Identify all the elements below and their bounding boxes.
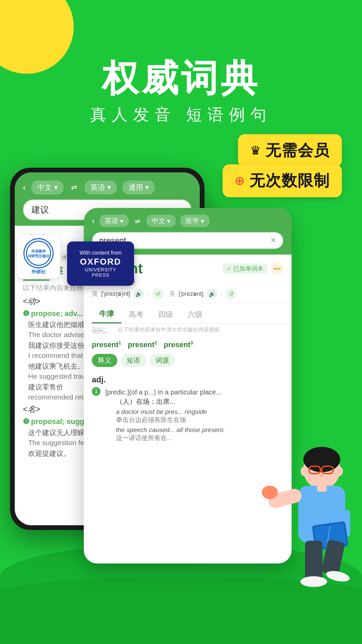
- svg-point-13: [320, 474, 323, 477]
- mtab-phrase[interactable]: 短语: [121, 354, 146, 367]
- badge-no-vip[interactable]: ♛ 无需会员: [238, 134, 342, 167]
- mtab-etymology[interactable]: 词源: [149, 354, 175, 367]
- dictionary-tabs: 牛津 高考 四级 六级: [84, 303, 292, 324]
- badge-no-vip-label: 无需会员: [265, 140, 330, 161]
- lang1-selector[interactable]: 中文 ▾: [31, 180, 64, 195]
- card-swap-icon[interactable]: ⇌: [135, 217, 140, 225]
- tab-gaokao[interactable]: 高考: [121, 306, 151, 323]
- uk-repeat-button[interactable]: ↺: [153, 288, 163, 299]
- badge-unlimited[interactable]: ⊕ 无次数限制: [223, 164, 342, 197]
- ex-cn-present-2: 这一讲话使所有在...: [116, 434, 225, 442]
- tab-cet6[interactable]: 六级: [180, 306, 210, 323]
- clear-search-icon[interactable]: ✕: [270, 236, 276, 245]
- tab-cet4[interactable]: 四级: [151, 306, 180, 323]
- svg-point-9: [336, 467, 343, 476]
- tab-oxford[interactable]: 牛津: [92, 306, 121, 323]
- svg-rect-25: [317, 485, 327, 492]
- card-lang2-selector[interactable]: 中文 ▾: [146, 215, 176, 227]
- svg-point-23: [300, 576, 327, 587]
- ex-en-present-2: the speech caused... all those present.: [116, 426, 225, 434]
- svg-point-8: [301, 467, 307, 476]
- us-audio-button[interactable]: 🔊: [207, 288, 218, 299]
- crown-icon: ♛: [250, 144, 261, 158]
- lang2-label: 英语: [90, 182, 105, 193]
- ex-cn-present-1: 拳击台边必须有医生在场: [116, 416, 225, 424]
- oxford-press-text: UNIVERSITY PRESS: [76, 267, 125, 278]
- divider-2: |: [221, 291, 222, 297]
- example-2: the speech caused... all those present. …: [116, 426, 225, 442]
- oxford-with-text: With content from: [76, 250, 125, 257]
- card-lang1-label: 英语: [105, 216, 118, 225]
- def-cn-text: （人）在场；出席...: [116, 397, 225, 406]
- infinity-icon: ⊕: [235, 174, 245, 188]
- character-svg: [248, 443, 355, 610]
- character-illustration: [248, 443, 355, 610]
- lang1-label: 中文: [37, 182, 52, 193]
- oxford-main-text: OXFORD: [76, 257, 125, 267]
- ex-en-present-1: a doctor must be pres... ringside: [116, 408, 225, 416]
- oxford-watermark-row: With content from OXFORD UNIVERSITY PRES…: [84, 324, 292, 335]
- card-mode-chevron: ▾: [201, 217, 204, 225]
- svg-text:With content from: With content from: [92, 327, 106, 329]
- uk-audio-button[interactable]: 🔊: [133, 288, 144, 299]
- card-lang2-chevron: ▾: [167, 217, 170, 225]
- card-back-icon[interactable]: ‹: [92, 216, 95, 226]
- waiguansha-emblem: 外语教学 与研究出版社: [23, 238, 54, 268]
- lang2-selector[interactable]: 英语 ▾: [84, 180, 117, 195]
- added-to-vocabulary-badge[interactable]: ✓ 已加单词本: [223, 263, 267, 274]
- meaning-tabs-row: 释义 短语 词源: [84, 351, 292, 370]
- card-mode-label: 医学: [186, 216, 199, 225]
- svg-rect-21: [305, 541, 322, 581]
- badge-unlimited-label: 无次数限制: [249, 170, 330, 191]
- svg-point-0: [26, 241, 51, 265]
- svg-text:OXFORD: OXFORD: [92, 329, 103, 332]
- divider-1: |: [147, 291, 149, 297]
- waiguansha-label: 外研社: [32, 269, 46, 275]
- back-icon[interactable]: ‹: [23, 182, 26, 193]
- mtab-definition[interactable]: 释义: [92, 354, 117, 367]
- phone-header: ‹ 中文 ▾ ⇌ 英语 ▾ 通用 ▾: [15, 172, 200, 199]
- pos-adj: adj.: [92, 375, 284, 384]
- present-variants-row: present1 present2 present3: [84, 335, 292, 351]
- mode-chevron: ▾: [145, 183, 149, 192]
- def-num-1: 1: [92, 387, 101, 396]
- app-main-title: 权威词典: [0, 54, 362, 104]
- present-variant-2[interactable]: present2: [128, 340, 157, 349]
- mode-label: 通用: [128, 182, 143, 193]
- us-ipa: ['prezənt]: [179, 290, 203, 298]
- card-lang2-label: 中文: [152, 216, 165, 225]
- phonetics-row: 英 ['prez(ə)nt] 🔊 | ↺ 美 ['prezənt] 🔊 | ↺: [92, 288, 284, 299]
- definition-content: adj. 1 [predic.](of a p...) in a particu…: [84, 370, 292, 450]
- uk-ipa: ['prez(ə)nt]: [101, 290, 130, 298]
- oxford-watermark-logo: With content from OXFORD UNIVERSITY PRES…: [92, 326, 115, 333]
- svg-text:与研究出版社: 与研究出版社: [27, 254, 50, 258]
- card-header: ‹ 英语 ▾ ⇌ 中文 ▾ 医学 ▾: [84, 208, 292, 232]
- app-sub-title: 真人发音 短语例句: [0, 104, 362, 125]
- present-variant-3[interactable]: present3: [164, 340, 193, 349]
- search-value-left: 建议: [32, 205, 49, 215]
- oxford-badge: With content from OXFORD UNIVERSITY PRES…: [67, 241, 134, 286]
- us-repeat-button[interactable]: ↺: [226, 288, 236, 299]
- svg-text:UNIVERSITY PRESS: UNIVERSITY PRESS: [92, 332, 107, 334]
- waiguansha-logo: 外语教学 与研究出版社 外研社: [17, 235, 60, 278]
- def-predic-note: [predic.](of a p...) in a particular pla…: [105, 387, 225, 397]
- example-1: a doctor must be pres... ringside 拳击台边必须…: [116, 408, 225, 424]
- svg-text:外语教学: 外语教学: [31, 249, 46, 253]
- present-variant-1[interactable]: present1: [92, 340, 121, 349]
- uk-label: 英: [92, 290, 98, 298]
- svg-point-16: [262, 486, 278, 499]
- card-lang1-chevron: ▾: [120, 217, 123, 225]
- oxford-source-text: 以下结果内容来自牛津大学出版社内容授权: [118, 326, 220, 333]
- def-row-1: 1 [predic.](of a p...) in a particular p…: [92, 387, 284, 444]
- lang2-chevron: ▾: [107, 183, 111, 192]
- mode-selector[interactable]: 通用 ▾: [122, 180, 155, 195]
- us-label: 美: [169, 290, 175, 298]
- lang1-chevron: ▾: [54, 183, 58, 192]
- source-divider: [23, 279, 50, 281]
- more-options-button[interactable]: •••: [271, 262, 284, 275]
- card-lang1-selector[interactable]: 英语 ▾: [100, 215, 129, 227]
- card-mode-selector[interactable]: 医学 ▾: [180, 215, 209, 227]
- swap-icon[interactable]: ⇌: [71, 183, 77, 192]
